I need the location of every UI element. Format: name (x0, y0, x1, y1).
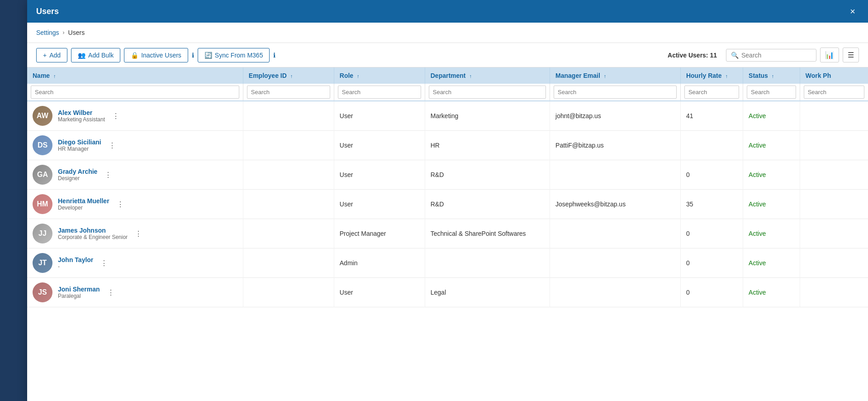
user-role-cell: User (334, 101, 425, 131)
user-full-name[interactable]: Diego Siciliani (58, 138, 101, 146)
user-role-cell: User (334, 160, 425, 190)
user-hourly-cell: 35 (680, 190, 743, 219)
add-bulk-button[interactable]: 👥 Add Bulk (71, 48, 120, 62)
user-hourly-cell (680, 131, 743, 160)
user-empid-cell (243, 248, 334, 278)
user-empid-cell (243, 190, 334, 219)
sort-arrow-role: ↑ (357, 73, 360, 79)
col-header-role[interactable]: Role ↑ (334, 67, 425, 84)
sort-arrow-dept: ↑ (469, 73, 472, 79)
users-table-container[interactable]: Name ↑ Employee ID ↑ Role ↑ Department ↑ (27, 67, 868, 401)
users-table: Name ↑ Employee ID ↑ Role ↑ Department ↑ (27, 67, 868, 307)
col-header-name[interactable]: Name ↑ (27, 67, 243, 84)
col-header-manager[interactable]: Manager Email ↑ (550, 67, 681, 84)
user-workphone-cell (800, 278, 868, 307)
inactive-users-label: Inactive Users (141, 52, 181, 59)
search-input-manager[interactable] (554, 86, 677, 99)
inactive-info-icon[interactable]: ℹ (192, 52, 194, 59)
search-cell-name (27, 84, 243, 101)
row-menu-button[interactable]: ⋮ (133, 228, 144, 240)
avatar: JJ (33, 224, 52, 243)
search-input-workphone[interactable] (804, 86, 864, 99)
user-full-name[interactable]: Alex Wilber (58, 109, 105, 116)
user-full-name[interactable]: John Taylor (58, 256, 93, 263)
col-header-dept[interactable]: Department ↑ (425, 67, 550, 84)
user-role-cell: User (334, 278, 425, 307)
user-manager-cell (550, 219, 681, 248)
user-empid-cell (243, 160, 334, 190)
user-workphone-cell (800, 131, 868, 160)
user-info: James Johnson Corporate & Engineer Senio… (58, 227, 128, 240)
plus-icon: + (43, 52, 47, 59)
table-row: JS Joni Sherman Paralegal ⋮ User Legal 0… (27, 278, 868, 307)
avatar: AW (33, 106, 52, 126)
breadcrumb-separator: › (63, 29, 65, 36)
avatar-initials: JT (38, 259, 47, 267)
search-input-name[interactable] (31, 86, 239, 99)
row-menu-button[interactable]: ⋮ (99, 257, 109, 269)
row-menu-button[interactable]: ⋮ (110, 110, 121, 122)
global-search-input[interactable] (741, 52, 811, 59)
users-icon: 👥 (78, 52, 85, 59)
sort-arrow-manager: ↑ (604, 73, 607, 79)
table-row: JJ James Johnson Corporate & Engineer Se… (27, 219, 868, 248)
user-workphone-cell (800, 248, 868, 278)
table-row: GA Grady Archie Designer ⋮ User R&D 0 Ac… (27, 160, 868, 190)
search-cell-empid (243, 84, 334, 101)
breadcrumb-settings[interactable]: Settings (36, 29, 59, 36)
user-role-cell: User (334, 190, 425, 219)
user-full-name[interactable]: Joni Sherman (58, 286, 100, 293)
sync-info-icon[interactable]: ℹ (273, 52, 275, 59)
row-menu-button[interactable]: ⋮ (107, 139, 118, 152)
active-users-count: Active Users: 11 (668, 52, 717, 59)
row-menu-button[interactable]: ⋮ (105, 286, 116, 299)
user-empid-cell (243, 131, 334, 160)
add-button-label: Add (49, 52, 61, 59)
col-header-hourly[interactable]: Hourly Rate ↑ (680, 67, 743, 84)
search-cell-workphone (800, 84, 868, 101)
user-name-cell: AW Alex Wilber Marketing Assistant ⋮ (27, 101, 243, 131)
search-input-dept[interactable] (429, 86, 546, 99)
user-job-title: - (58, 263, 93, 270)
user-hourly-cell: 0 (680, 248, 743, 278)
row-menu-button[interactable]: ⋮ (103, 169, 114, 181)
search-input-role[interactable] (338, 86, 421, 99)
user-name-cell: JT John Taylor - ⋮ (27, 248, 243, 278)
user-dept-cell: R&D (425, 190, 550, 219)
col-header-empid[interactable]: Employee ID ↑ (243, 67, 334, 84)
user-manager-cell: johnt@bitzap.us (550, 101, 681, 131)
user-role-cell: Project Manager (334, 219, 425, 248)
search-input-empid[interactable] (247, 86, 330, 99)
user-empid-cell (243, 278, 334, 307)
search-input-status[interactable] (747, 86, 796, 99)
user-job-title: Developer (58, 205, 109, 211)
user-workphone-cell (800, 101, 868, 131)
user-full-name[interactable]: Henrietta Mueller (58, 197, 109, 205)
search-cell-manager (550, 84, 681, 101)
users-table-body: AW Alex Wilber Marketing Assistant ⋮ Use… (27, 101, 868, 307)
col-header-workphone[interactable]: Work Ph (800, 67, 868, 84)
user-full-name[interactable]: Grady Archie (58, 168, 97, 175)
sync-button[interactable]: 🔄 Sync From M365 (198, 48, 270, 62)
export-button[interactable]: 📊 (820, 48, 839, 62)
add-button[interactable]: + Add (36, 48, 67, 62)
table-row: AW Alex Wilber Marketing Assistant ⋮ Use… (27, 101, 868, 131)
menu-icon: ☰ (848, 51, 854, 59)
user-hourly-cell: 0 (680, 219, 743, 248)
user-workphone-cell (800, 190, 868, 219)
user-full-name[interactable]: James Johnson (58, 227, 128, 234)
user-info: Joni Sherman Paralegal (58, 286, 100, 299)
search-input-hourly[interactable] (684, 86, 739, 99)
user-name-cell: DS Diego Siciliani HR Manager ⋮ (27, 131, 243, 160)
col-header-status[interactable]: Status ↑ (743, 67, 800, 84)
user-hourly-cell: 0 (680, 278, 743, 307)
row-menu-button[interactable]: ⋮ (115, 198, 126, 210)
columns-menu-button[interactable]: ☰ (843, 48, 859, 62)
avatar-initials: JS (38, 288, 47, 296)
user-role-cell: Admin (334, 248, 425, 278)
inactive-users-button[interactable]: 🔒 Inactive Users (124, 48, 188, 62)
user-info: Diego Siciliani HR Manager (58, 138, 101, 152)
modal-close-button[interactable]: × (846, 5, 859, 18)
user-name-cell: HM Henrietta Mueller Developer ⋮ (27, 190, 243, 219)
search-cell-status (743, 84, 800, 101)
